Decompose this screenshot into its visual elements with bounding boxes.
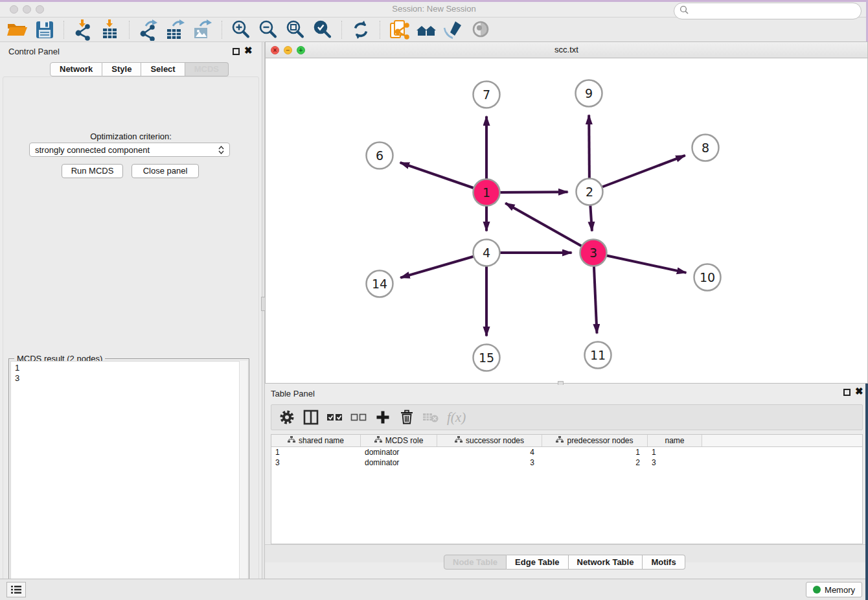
network-window-titlebar[interactable]: × − + scc.txt: [266, 42, 867, 58]
open-session-icon[interactable]: [4, 19, 31, 41]
network-graph[interactable]: 7968124314101511: [266, 58, 867, 383]
graph-node-8[interactable]: 8: [692, 135, 719, 161]
add-row-icon[interactable]: [374, 408, 392, 426]
tab-mcds[interactable]: MCDS: [185, 62, 229, 76]
tab-network[interactable]: Network: [50, 62, 102, 76]
table-panel-title: Table Panel: [271, 389, 315, 398]
graph-node-9[interactable]: 9: [576, 80, 602, 107]
svg-text:8: 8: [702, 141, 709, 155]
control-panel-header: Control Panel ✖: [0, 44, 262, 58]
table-panel: Table Panel ✖ f(x) shared nameMCDS roles…: [265, 385, 868, 579]
cell-name[interactable]: 3: [648, 457, 702, 468]
sort-hierarchy-icon: [455, 436, 463, 445]
graph-node-10[interactable]: 10: [694, 264, 721, 291]
export-table-icon[interactable]: [162, 19, 189, 41]
memory-button[interactable]: Memory: [806, 582, 862, 597]
tab-edge-table[interactable]: Edge Table: [507, 555, 568, 570]
cell-successor-nodes[interactable]: 3: [437, 457, 542, 468]
tab-network-table[interactable]: Network Table: [569, 555, 643, 570]
mcds-result-text[interactable]: 13: [10, 361, 240, 600]
zoom-fit-icon[interactable]: [282, 19, 309, 41]
refresh-layout-icon[interactable]: [347, 19, 374, 41]
column-header-shared-name[interactable]: shared name: [271, 435, 361, 446]
cell-predecessor-nodes[interactable]: 2: [542, 457, 648, 468]
table-body: 1dominator4113dominator323: [271, 447, 862, 468]
cell-shared-name[interactable]: 3: [271, 457, 361, 468]
tab-motifs[interactable]: Motifs: [643, 555, 685, 570]
edge-2-8[interactable]: [589, 156, 685, 192]
svg-text:9: 9: [585, 86, 593, 100]
column-header-MCDS-role[interactable]: MCDS role: [361, 435, 437, 446]
graph-node-11[interactable]: 11: [585, 342, 611, 369]
delete-row-icon[interactable]: [398, 408, 416, 426]
close-table-panel-icon[interactable]: ✖: [855, 386, 863, 397]
edge-3-10[interactable]: [593, 253, 686, 273]
search-box[interactable]: [674, 3, 862, 19]
task-history-button[interactable]: [6, 582, 26, 597]
graph-node-14[interactable]: 14: [367, 271, 393, 297]
float-panel-icon[interactable]: [233, 48, 240, 55]
cell-predecessor-nodes[interactable]: 1: [542, 447, 648, 457]
cell-successor-nodes[interactable]: 4: [437, 447, 542, 457]
save-session-icon[interactable]: [31, 19, 58, 41]
table-row[interactable]: 1dominator411: [271, 447, 862, 457]
node-table[interactable]: shared nameMCDS rolesuccessor nodesprede…: [271, 434, 863, 544]
column-header-successor-nodes[interactable]: successor nodes: [437, 435, 542, 446]
network-from-selection-icon[interactable]: [385, 19, 413, 41]
select-all-icon[interactable]: [326, 408, 344, 426]
cell-MCDS-role[interactable]: dominator: [361, 447, 437, 457]
tab-node-table[interactable]: Node Table: [444, 555, 507, 570]
column-view-icon[interactable]: [302, 408, 320, 426]
tab-select[interactable]: Select: [141, 62, 185, 76]
cell-shared-name[interactable]: 1: [271, 447, 361, 457]
svg-text:14: 14: [372, 277, 387, 291]
mcds-result-scrollbar[interactable]: [239, 361, 247, 600]
search-input[interactable]: [692, 5, 861, 17]
graph-node-6[interactable]: 6: [367, 143, 393, 169]
run-mcds-button[interactable]: Run MCDS: [62, 164, 123, 178]
graph-node-1[interactable]: 1: [474, 179, 500, 206]
column-header-predecessor-nodes[interactable]: predecessor nodes: [542, 435, 648, 446]
graph-node-7[interactable]: 7: [474, 82, 500, 108]
svg-text:4: 4: [483, 246, 490, 260]
import-table-icon[interactable]: [97, 19, 124, 41]
zoom-window-button[interactable]: [36, 5, 44, 14]
unselect-all-icon[interactable]: [350, 408, 368, 426]
network-window-title: scc.txt: [266, 45, 867, 54]
criterion-select[interactable]: strongly connected component: [29, 143, 230, 157]
table-settings-icon[interactable]: [278, 408, 296, 426]
export-image-icon[interactable]: [189, 19, 216, 41]
graph-node-2[interactable]: 2: [577, 179, 603, 205]
import-network-icon[interactable]: [69, 19, 97, 41]
cell-name[interactable]: 1: [648, 447, 702, 457]
close-panel-button[interactable]: Close panel: [131, 164, 199, 178]
float-table-panel-icon[interactable]: [843, 389, 851, 396]
cell-MCDS-role[interactable]: dominator: [361, 457, 437, 468]
zoom-in-icon[interactable]: [227, 19, 255, 41]
toggle-view-icon[interactable]: [467, 19, 494, 41]
table-row[interactable]: 3dominator323: [271, 457, 862, 468]
column-header-name[interactable]: name: [648, 435, 702, 446]
svg-text:6: 6: [376, 148, 383, 163]
svg-text:11: 11: [590, 348, 606, 362]
control-panel-tabs: NetworkStyleSelectMCDS: [50, 62, 229, 76]
close-window-button[interactable]: [10, 5, 18, 14]
mcds-result-line: 3: [15, 373, 239, 384]
select-stepper-icon: [218, 146, 224, 154]
close-panel-icon[interactable]: ✖: [244, 45, 253, 56]
graph-node-4[interactable]: 4: [474, 240, 500, 266]
column-header-filler: [702, 435, 862, 446]
control-panel-body: Optimization criterion: strongly connect…: [3, 76, 259, 600]
tab-style[interactable]: Style: [102, 62, 141, 76]
edge-3-1[interactable]: [505, 203, 593, 253]
mcds-result-line: 1: [15, 363, 239, 373]
minimize-window-button[interactable]: [23, 5, 31, 14]
apply-style-icon[interactable]: [440, 19, 467, 41]
graph-node-3[interactable]: 3: [580, 240, 607, 266]
export-network-icon[interactable]: [135, 19, 162, 41]
search-icon: [680, 5, 689, 17]
home-view-icon[interactable]: [413, 19, 440, 41]
zoom-selected-icon[interactable]: [309, 19, 336, 41]
zoom-out-icon[interactable]: [255, 19, 282, 41]
graph-node-15[interactable]: 15: [474, 345, 500, 371]
